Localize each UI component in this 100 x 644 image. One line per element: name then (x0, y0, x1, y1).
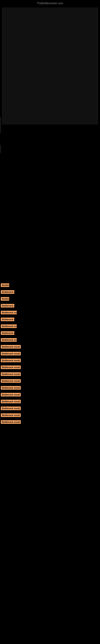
chart-inner (2, 8, 98, 124)
bottleneck-result-badge[interactable]: Bottleneck result (1, 393, 21, 396)
bottleneck-result-badge[interactable]: Bottleneck result (1, 413, 21, 417)
bottleneck-result-badge[interactable]: Bottleneck result (1, 359, 21, 362)
bottleneck-result-badge[interactable]: Bottleneck result (1, 379, 21, 383)
list-item: Bottleneck result (1, 420, 100, 425)
list-item: Bottleneck result (1, 283, 100, 288)
bottleneck-result-badge[interactable]: Bottleneck result (1, 311, 17, 314)
bottleneck-result-badge[interactable]: Bottleneck result (1, 324, 17, 328)
bottleneck-result-badge[interactable]: Bottleneck result (1, 372, 21, 376)
results-container: Bottleneck resultBottleneck resultBottle… (0, 283, 100, 425)
site-title: TheBottlenecker.com (0, 0, 100, 6)
list-item: Bottleneck result (1, 331, 100, 336)
bottleneck-result-badge[interactable]: Bottleneck result (1, 366, 21, 369)
list-item: Bottleneck result (1, 304, 100, 308)
list-item: Bottleneck result (1, 400, 100, 404)
list-item: Bottleneck result (1, 324, 100, 329)
bottleneck-result-badge[interactable]: Bottleneck result (1, 290, 14, 294)
bottleneck-result-badge[interactable]: Bottleneck result (1, 400, 21, 403)
left-line2 (0, 145, 1, 153)
list-item: Bottleneck result (1, 290, 100, 295)
list-item: Bottleneck result (1, 393, 100, 397)
list-item: Bottleneck result (1, 413, 100, 418)
bottleneck-result-badge[interactable]: Bottleneck result (1, 304, 14, 308)
bottleneck-result-badge[interactable]: Bottleneck result (1, 318, 14, 321)
list-item: Bottleneck result (1, 352, 100, 356)
bottleneck-result-badge[interactable]: Bottleneck result (1, 283, 9, 287)
bottleneck-result-badge[interactable]: Bottleneck result (1, 345, 21, 348)
bottleneck-result-badge[interactable]: Bottleneck result (1, 297, 9, 301)
chart-area (0, 6, 100, 126)
bottleneck-result-badge[interactable]: Bottleneck result (1, 352, 21, 356)
list-item: Bottleneck result (1, 311, 100, 315)
bottleneck-result-badge[interactable]: Bottleneck result (1, 406, 21, 410)
bottleneck-result-badge[interactable]: Bottleneck result (1, 420, 21, 424)
list-item: Bottleneck result (1, 318, 100, 322)
list-item: Bottleneck result (1, 297, 100, 302)
list-item: Bottleneck result (1, 366, 100, 370)
bottleneck-result-badge[interactable]: Bottleneck result (1, 338, 17, 342)
bottleneck-result-badge[interactable]: Bottleneck result (1, 331, 14, 335)
list-item: Bottleneck result (1, 345, 100, 349)
list-item: Bottleneck result (1, 359, 100, 363)
list-item: Bottleneck result (1, 386, 100, 390)
list-item: Bottleneck result (1, 372, 100, 377)
list-item: Bottleneck result (1, 379, 100, 384)
list-item: Bottleneck result (1, 406, 100, 411)
bottleneck-result-badge[interactable]: Bottleneck result (1, 386, 21, 390)
left-line (0, 117, 1, 133)
list-item: Bottleneck result (1, 338, 100, 342)
